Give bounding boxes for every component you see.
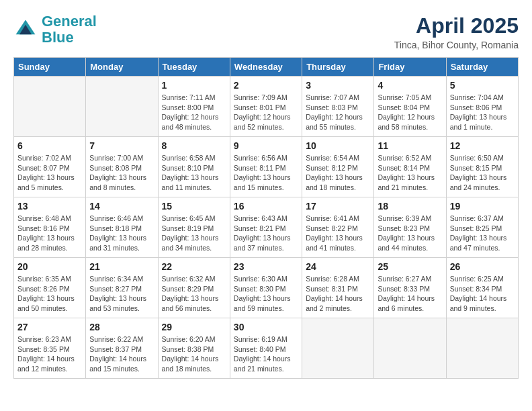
day-number: 17 (306, 201, 370, 212)
day-detail: Sunrise: 6:52 AMSunset: 8:14 PMDaylight:… (378, 153, 442, 193)
day-detail: Sunrise: 7:05 AMSunset: 8:04 PMDaylight:… (378, 93, 442, 132)
day-number: 2 (234, 80, 298, 91)
calendar-header-row: SundayMondayTuesdayWednesdayThursdayFrid… (14, 58, 519, 77)
day-detail: Sunrise: 6:23 AMSunset: 8:35 PMDaylight:… (17, 334, 82, 374)
calendar-week-4: 20Sunrise: 6:35 AMSunset: 8:26 PMDayligh… (14, 258, 519, 318)
day-detail: Sunrise: 7:04 AMSunset: 8:06 PMDaylight:… (450, 93, 515, 132)
day-detail: Sunrise: 6:35 AMSunset: 8:26 PMDaylight:… (17, 274, 82, 314)
day-detail: Sunrise: 7:11 AMSunset: 8:00 PMDaylight:… (162, 93, 226, 132)
day-number: 23 (234, 261, 298, 272)
day-detail: Sunrise: 6:56 AMSunset: 8:11 PMDaylight:… (234, 153, 298, 193)
col-header-wednesday: Wednesday (230, 58, 302, 77)
day-detail: Sunrise: 6:32 AMSunset: 8:29 PMDaylight:… (162, 274, 226, 314)
day-number: 25 (378, 261, 442, 272)
day-number: 24 (306, 261, 370, 272)
day-detail: Sunrise: 7:09 AMSunset: 8:01 PMDaylight:… (234, 93, 298, 132)
day-number: 1 (162, 80, 226, 91)
day-detail: Sunrise: 6:54 AMSunset: 8:12 PMDaylight:… (306, 153, 370, 193)
col-header-monday: Monday (86, 58, 158, 77)
calendar-cell: 29Sunrise: 6:20 AMSunset: 8:38 PMDayligh… (158, 318, 230, 379)
calendar-cell: 4Sunrise: 7:05 AMSunset: 8:04 PMDaylight… (374, 77, 446, 137)
calendar-cell (86, 77, 158, 137)
day-detail: Sunrise: 6:27 AMSunset: 8:33 PMDaylight:… (378, 274, 442, 314)
calendar-cell: 25Sunrise: 6:27 AMSunset: 8:33 PMDayligh… (374, 258, 446, 318)
col-header-thursday: Thursday (302, 58, 374, 77)
title-block: April 2025 Tinca, Bihor County, Romania (394, 13, 519, 50)
col-header-friday: Friday (374, 58, 446, 77)
day-number: 28 (89, 322, 154, 332)
day-detail: Sunrise: 6:34 AMSunset: 8:27 PMDaylight:… (89, 274, 154, 314)
day-detail: Sunrise: 6:45 AMSunset: 8:19 PMDaylight:… (162, 214, 226, 253)
day-number: 12 (450, 140, 515, 151)
calendar-week-3: 13Sunrise: 6:48 AMSunset: 8:16 PMDayligh… (14, 197, 519, 258)
day-detail: Sunrise: 6:22 AMSunset: 8:37 PMDaylight:… (89, 334, 154, 374)
calendar-cell: 1Sunrise: 7:11 AMSunset: 8:00 PMDaylight… (158, 77, 230, 137)
day-detail: Sunrise: 6:20 AMSunset: 8:38 PMDaylight:… (162, 334, 226, 374)
calendar-cell: 8Sunrise: 6:58 AMSunset: 8:10 PMDaylight… (158, 137, 230, 197)
day-number: 27 (17, 322, 82, 332)
calendar-cell: 27Sunrise: 6:23 AMSunset: 8:35 PMDayligh… (14, 318, 86, 379)
day-detail: Sunrise: 6:19 AMSunset: 8:40 PMDaylight:… (234, 334, 298, 374)
col-header-sunday: Sunday (14, 58, 86, 77)
day-number: 5 (450, 80, 515, 91)
calendar-cell: 9Sunrise: 6:56 AMSunset: 8:11 PMDaylight… (230, 137, 302, 197)
day-number: 21 (89, 261, 154, 272)
day-number: 26 (450, 261, 515, 272)
calendar-cell: 23Sunrise: 6:30 AMSunset: 8:30 PMDayligh… (230, 258, 302, 318)
calendar-cell: 5Sunrise: 7:04 AMSunset: 8:06 PMDaylight… (446, 77, 518, 137)
day-detail: Sunrise: 7:00 AMSunset: 8:08 PMDaylight:… (89, 153, 154, 193)
calendar-cell: 17Sunrise: 6:41 AMSunset: 8:22 PMDayligh… (302, 197, 374, 258)
day-number: 15 (162, 201, 226, 212)
day-number: 6 (17, 140, 82, 151)
calendar-cell: 10Sunrise: 6:54 AMSunset: 8:12 PMDayligh… (302, 137, 374, 197)
day-number: 4 (378, 80, 442, 91)
day-number: 10 (306, 140, 370, 151)
day-number: 16 (234, 201, 298, 212)
calendar-cell (374, 318, 446, 379)
calendar-cell: 6Sunrise: 7:02 AMSunset: 8:07 PMDaylight… (14, 137, 86, 197)
day-detail: Sunrise: 6:46 AMSunset: 8:18 PMDaylight:… (89, 214, 154, 253)
day-detail: Sunrise: 7:07 AMSunset: 8:03 PMDaylight:… (306, 93, 370, 132)
day-number: 29 (162, 322, 226, 332)
day-detail: Sunrise: 6:58 AMSunset: 8:10 PMDaylight:… (162, 153, 226, 193)
calendar-cell (446, 318, 518, 379)
day-number: 18 (378, 201, 442, 212)
calendar-cell: 2Sunrise: 7:09 AMSunset: 8:01 PMDaylight… (230, 77, 302, 137)
col-header-saturday: Saturday (446, 58, 518, 77)
day-number: 19 (450, 201, 515, 212)
calendar-cell: 26Sunrise: 6:25 AMSunset: 8:34 PMDayligh… (446, 258, 518, 318)
calendar-cell: 15Sunrise: 6:45 AMSunset: 8:19 PMDayligh… (158, 197, 230, 258)
day-number: 30 (234, 322, 298, 332)
day-number: 14 (89, 201, 154, 212)
day-detail: Sunrise: 6:30 AMSunset: 8:30 PMDaylight:… (234, 274, 298, 314)
day-number: 11 (378, 140, 442, 151)
calendar-cell: 19Sunrise: 6:37 AMSunset: 8:25 PMDayligh… (446, 197, 518, 258)
calendar-table: SundayMondayTuesdayWednesdayThursdayFrid… (13, 57, 519, 379)
calendar-cell: 24Sunrise: 6:28 AMSunset: 8:31 PMDayligh… (302, 258, 374, 318)
calendar-cell: 14Sunrise: 6:46 AMSunset: 8:18 PMDayligh… (86, 197, 158, 258)
calendar-cell: 30Sunrise: 6:19 AMSunset: 8:40 PMDayligh… (230, 318, 302, 379)
day-detail: Sunrise: 6:50 AMSunset: 8:15 PMDaylight:… (450, 153, 515, 193)
calendar-week-5: 27Sunrise: 6:23 AMSunset: 8:35 PMDayligh… (14, 318, 519, 379)
calendar-cell: 11Sunrise: 6:52 AMSunset: 8:14 PMDayligh… (374, 137, 446, 197)
day-detail: Sunrise: 6:48 AMSunset: 8:16 PMDaylight:… (17, 214, 82, 253)
calendar-week-1: 1Sunrise: 7:11 AMSunset: 8:00 PMDaylight… (14, 77, 519, 137)
day-number: 20 (17, 261, 82, 272)
day-detail: Sunrise: 7:02 AMSunset: 8:07 PMDaylight:… (17, 153, 82, 193)
calendar-cell: 28Sunrise: 6:22 AMSunset: 8:37 PMDayligh… (86, 318, 158, 379)
day-detail: Sunrise: 6:37 AMSunset: 8:25 PMDaylight:… (450, 214, 515, 253)
day-number: 8 (162, 140, 226, 151)
logo-text: General Blue (42, 13, 97, 46)
location: Tinca, Bihor County, Romania (394, 40, 519, 50)
day-detail: Sunrise: 6:39 AMSunset: 8:23 PMDaylight:… (378, 214, 442, 253)
calendar-cell: 13Sunrise: 6:48 AMSunset: 8:16 PMDayligh… (14, 197, 86, 258)
col-header-tuesday: Tuesday (158, 58, 230, 77)
day-number: 22 (162, 261, 226, 272)
month-year: April 2025 (394, 13, 519, 38)
calendar-cell: 20Sunrise: 6:35 AMSunset: 8:26 PMDayligh… (14, 258, 86, 318)
calendar-week-2: 6Sunrise: 7:02 AMSunset: 8:07 PMDaylight… (14, 137, 519, 197)
calendar-cell (14, 77, 86, 137)
day-detail: Sunrise: 6:25 AMSunset: 8:34 PMDaylight:… (450, 274, 515, 314)
calendar-cell: 16Sunrise: 6:43 AMSunset: 8:21 PMDayligh… (230, 197, 302, 258)
day-detail: Sunrise: 6:43 AMSunset: 8:21 PMDaylight:… (234, 214, 298, 253)
